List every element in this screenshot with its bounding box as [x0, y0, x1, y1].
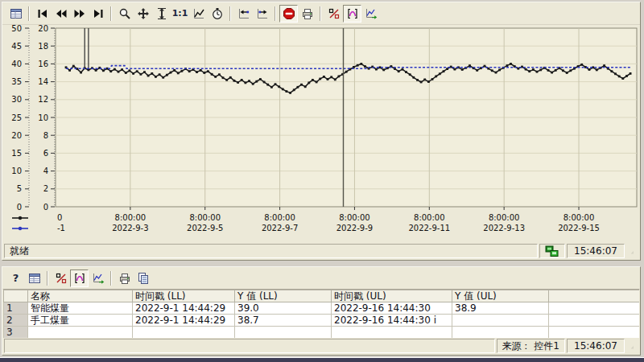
name-cell[interactable]	[28, 327, 133, 339]
timestamp-ll-cell[interactable]	[133, 327, 235, 339]
yvalue-ul-cell[interactable]: 38.9	[452, 302, 549, 315]
svg-text:30: 30	[11, 95, 22, 104]
stopwatch-button[interactable]	[208, 5, 226, 23]
grid-toolbar: ?	[2, 267, 640, 290]
vertical-zoom-button[interactable]	[152, 5, 171, 23]
cursor-grid-panel: ? 名称 时间戳 (LL) Y 值 (LL) 时间戳 (UL) Y 值 (UL)	[2, 266, 641, 356]
svg-text:8:00:00: 8:00:00	[489, 213, 520, 222]
timestamp-ul-cell[interactable]: 2022-9-16 14:44:30 i	[332, 315, 452, 327]
timestamp-ll-cell[interactable]: 2022-9-1 14:44:29	[133, 315, 235, 327]
svg-text:12: 12	[38, 95, 48, 104]
col-header-timestamp-ul[interactable]: 时间戳 (UL)	[332, 290, 452, 302]
svg-text:5: 5	[17, 184, 22, 193]
print-button[interactable]	[298, 5, 316, 23]
properties-button[interactable]	[25, 269, 43, 287]
table-row[interactable]: 1智能煤量2022-9-1 14:44:2939.02022-9-16 14:4…	[4, 302, 640, 315]
zoom-button[interactable]	[115, 5, 134, 23]
curve-j-button[interactable]	[343, 5, 361, 23]
cursor-value-grid: 名称 时间戳 (LL) Y 值 (LL) 时间戳 (UL) Y 值 (UL) 1…	[3, 289, 639, 341]
curve-shift-left-button[interactable]	[234, 5, 253, 23]
trend-chart[interactable]: 05101520253035404550024681012141618208:0…	[4, 25, 640, 242]
resize-grip[interactable]	[626, 244, 638, 258]
corner-cell[interactable]	[4, 290, 28, 302]
curve-shift-left-icon	[237, 7, 250, 20]
table-row[interactable]: 3	[4, 327, 640, 339]
col-header-yvalue-ll[interactable]: Y 值 (LL)	[235, 290, 332, 302]
one-to-one-button[interactable]: 1:1	[171, 5, 189, 23]
svg-text:35: 35	[11, 77, 22, 86]
cursor-table: 名称 时间戳 (LL) Y 值 (LL) 时间戳 (UL) Y 值 (UL) 1…	[3, 290, 639, 339]
svg-text:25: 25	[11, 113, 22, 122]
help-button[interactable]: ?	[6, 269, 25, 287]
stop-button[interactable]	[279, 5, 298, 23]
yvalue-ul-cell[interactable]	[452, 315, 549, 327]
trend-button[interactable]	[189, 5, 208, 23]
copy-button[interactable]	[134, 269, 152, 287]
row-number-cell[interactable]: 1	[4, 302, 28, 315]
curve-j-button[interactable]	[70, 269, 89, 287]
toolbar-separator	[47, 271, 48, 286]
grid-status-clock: 15:46:07	[567, 339, 625, 353]
go-last-button[interactable]	[89, 5, 107, 23]
rewind-icon	[55, 7, 68, 20]
yvalue-ll-cell[interactable]	[235, 327, 332, 339]
fast-forward-button[interactable]	[70, 5, 89, 23]
table-header-row: 名称 时间戳 (LL) Y 值 (LL) 时间戳 (UL) Y 值 (UL)	[4, 290, 640, 302]
printer-icon	[301, 7, 314, 20]
yvalue-ul-cell[interactable]	[452, 327, 549, 339]
properties-button[interactable]	[6, 5, 25, 23]
window-bottom-edge	[0, 357, 644, 362]
print-button[interactable]	[115, 269, 134, 287]
timestamp-ul-cell[interactable]: 2022-9-16 14:44:30	[332, 302, 452, 315]
export-curve-button[interactable]	[89, 269, 107, 287]
export-curve-icon	[365, 7, 378, 20]
timestamp-ul-cell[interactable]	[332, 327, 452, 339]
svg-text:8:00:00: 8:00:00	[115, 213, 147, 222]
svg-text:2022-9-9: 2022-9-9	[336, 224, 373, 232]
curve-shift-right-button[interactable]	[253, 5, 271, 23]
col-header-timestamp-ll[interactable]: 时间戳 (LL)	[133, 290, 235, 302]
col-header-name[interactable]: 名称	[28, 290, 133, 302]
resize-grip[interactable]	[626, 339, 638, 353]
name-cell[interactable]: 智能煤量	[28, 302, 133, 315]
properties-icon	[10, 7, 23, 20]
trend-chart-area: 05101520253035404550024681012141618208:0…	[4, 25, 640, 242]
row-number-cell[interactable]: 3	[4, 327, 28, 339]
svg-text:0: 0	[43, 203, 48, 212]
timestamp-ll-cell[interactable]: 2022-9-1 14:44:29	[133, 302, 235, 315]
copy-icon	[137, 272, 150, 285]
name-cell[interactable]: 手工煤量	[28, 315, 133, 327]
go-first-button[interactable]	[33, 5, 52, 23]
svg-text:-1: -1	[57, 224, 65, 232]
svg-text:0: 0	[17, 203, 22, 212]
yvalue-ll-cell[interactable]: 38.7	[235, 315, 332, 327]
table-row[interactable]: 2手工煤量2022-9-1 14:44:2938.72022-9-16 14:4…	[4, 315, 640, 327]
one-to-one-icon: 1:1	[172, 8, 188, 19]
legend-marker-series2[interactable]	[12, 227, 28, 230]
network-status-icon	[545, 245, 559, 257]
col-header-yvalue-ul[interactable]: Y 值 (UL)	[452, 290, 549, 302]
app-window: { "colors": { "window_bg": "#d4d0c8", "t…	[0, 0, 644, 362]
filler-cell[interactable]	[549, 302, 640, 315]
filler-cell[interactable]	[549, 327, 640, 339]
row-number-cell[interactable]: 2	[4, 315, 28, 327]
svg-text:2022-9-7: 2022-9-7	[262, 224, 298, 232]
printer-icon	[118, 272, 131, 285]
rewind-button[interactable]	[52, 5, 70, 23]
pan-button[interactable]	[134, 5, 152, 23]
grip-dots-icon	[631, 343, 634, 352]
legend-marker-series1[interactable]	[12, 216, 28, 220]
svg-text:40: 40	[11, 60, 22, 68]
scale-percent-button[interactable]	[324, 5, 343, 23]
export-curve-button[interactable]	[361, 5, 380, 23]
scale-percent-button[interactable]	[52, 269, 70, 287]
svg-text:2022-9-15: 2022-9-15	[558, 224, 600, 232]
pan-icon	[137, 7, 150, 20]
svg-text:8:00:00: 8:00:00	[414, 213, 445, 222]
stop-icon	[283, 7, 295, 20]
filler-cell[interactable]	[549, 315, 640, 327]
magnifier-icon	[118, 7, 131, 20]
stopwatch-icon	[211, 7, 224, 20]
svg-text:2022-9-13: 2022-9-13	[483, 224, 525, 232]
yvalue-ll-cell[interactable]: 39.0	[235, 302, 332, 315]
